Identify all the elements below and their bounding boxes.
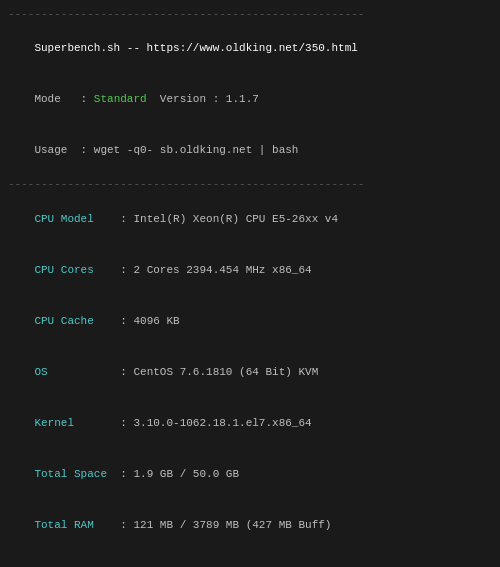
cpu-model-row: CPU Model : Intel(R) Xeon(R) CPU E5-26xx… xyxy=(8,194,492,245)
divider-1: ----------------------------------------… xyxy=(8,176,492,193)
cpu-cache-row: CPU Cache : 4096 KB xyxy=(8,296,492,347)
terminal-window: ----------------------------------------… xyxy=(8,6,492,567)
os-row: OS : CentOS 7.6.1810 (64 Bit) KVM xyxy=(8,347,492,398)
total-ram-row: Total RAM : 121 MB / 3789 MB (427 MB Buf… xyxy=(8,500,492,551)
cpu-cores-row: CPU Cores : 2 Cores 2394.454 MHz x86_64 xyxy=(8,245,492,296)
header-line3: Usage : wget -q0- sb.oldking.net | bash xyxy=(8,125,492,176)
divider-top: ----------------------------------------… xyxy=(8,6,492,23)
kernel-row: Kernel : 3.10.0-1062.18.1.el7.x86_64 xyxy=(8,398,492,449)
header-line2: Mode : Standard Version : 1.1.7 xyxy=(8,74,492,125)
total-swap-row: Total SWAP : 0 MB / 0 MB xyxy=(8,552,492,568)
total-space-row: Total Space : 1.9 GB / 50.0 GB xyxy=(8,449,492,500)
header-line1: Superbench.sh -- https://www.oldking.net… xyxy=(8,23,492,74)
